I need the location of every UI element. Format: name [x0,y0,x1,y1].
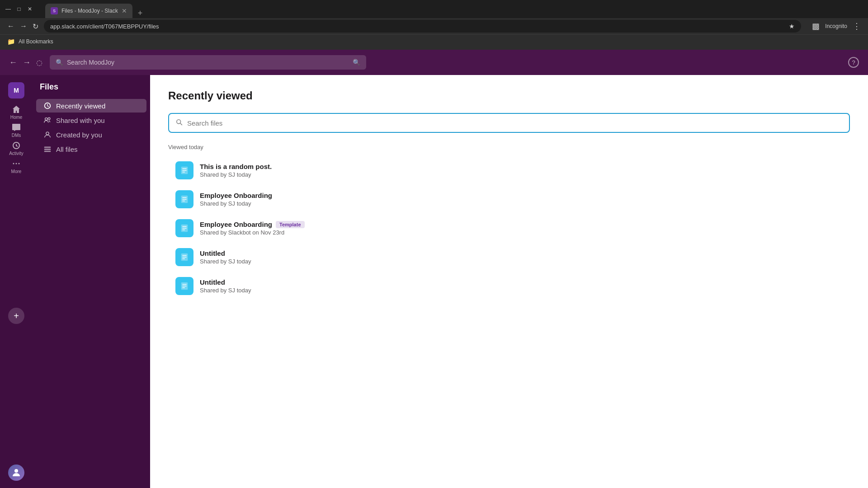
maximize-button[interactable]: □ [15,5,23,13]
search-files-bar[interactable] [168,113,850,133]
profile-icon[interactable]: ▩ [812,21,820,31]
file-name-text-2: Employee Onboarding [200,221,272,228]
page-title: Recently viewed [168,89,850,102]
topbar-help-button[interactable]: ? [848,57,859,68]
forward-button[interactable]: → [20,22,27,30]
sidebar-item-dms[interactable]: DMs [8,122,24,138]
forward-nav-button[interactable]: → [23,58,31,67]
slack-topbar: ← → ◌ 🔍 Search MoodJoy 🔍 ? [0,50,868,75]
files-sidebar-title: Files [33,82,150,99]
svg-rect-10 [44,151,51,152]
url-bar[interactable]: app.slack.com/client/T067MEBPPUY/files ★ [44,20,801,33]
all-files-icon [43,145,52,153]
close-button[interactable]: ✕ [26,5,33,13]
history-button[interactable]: ◌ [36,58,42,67]
svg-point-7 [46,132,49,135]
file-name-text-1: Employee Onboarding [200,192,272,199]
sidebar-item-activity[interactable]: Activity [8,140,24,156]
home-icon [12,105,21,114]
all-bookmarks-link[interactable]: All Bookmarks [19,38,53,45]
svg-point-5 [45,118,47,120]
more-icon [12,159,21,168]
files-sidebar: Files Recently viewed Shared with you Cr… [33,75,150,488]
svg-point-0 [13,163,14,164]
recently-viewed-icon [43,102,52,110]
file-info-1: Employee Onboarding Shared by SJ today [200,192,843,207]
sidebar-item-shared-with-you[interactable]: Shared with you [36,113,146,127]
dms-label: DMs [12,133,21,138]
file-meta-4: Shared by SJ today [200,287,843,294]
viewed-today-label: Viewed today [168,144,850,150]
user-avatar-icon [11,467,22,478]
file-icon-4 [175,277,193,295]
file-item-0[interactable]: This is a random post. Shared by SJ toda… [168,156,850,185]
tab-bar: S Files - MoodJoy - Slack ✕ + [41,0,863,18]
search-files-input[interactable] [187,119,843,127]
global-search-bar[interactable]: 🔍 Search MoodJoy 🔍 [50,55,366,70]
sidebar-item-recently-viewed[interactable]: Recently viewed [36,99,146,113]
shared-with-you-icon [43,116,52,124]
sidebar-icons: M Home DMs Activity More + [0,75,33,488]
new-tab-button[interactable]: + [134,9,146,18]
file-item-1[interactable]: Employee Onboarding Shared by SJ today [168,185,850,214]
file-icon-1 [175,190,193,208]
active-tab[interactable]: S Files - MoodJoy - Slack ✕ [45,4,132,18]
tab-title: Files - MoodJoy - Slack [61,8,118,14]
svg-rect-9 [44,149,51,150]
file-item-3[interactable]: Untitled Shared by SJ today [168,243,850,272]
browser-chrome: — □ ✕ S Files - MoodJoy - Slack ✕ + ← → … [0,0,868,50]
all-files-label: All files [56,145,78,153]
activity-label: Activity [9,151,24,156]
created-by-you-icon [43,131,52,139]
file-info-3: Untitled Shared by SJ today [200,249,843,265]
star-icon[interactable]: ★ [789,23,795,30]
svg-rect-8 [44,147,51,148]
shared-with-you-label: Shared with you [56,117,105,124]
main-content: Recently viewed Viewed today This is a r… [150,75,868,488]
file-meta-0: Shared by SJ today [200,171,843,178]
user-avatar-bottom[interactable] [8,465,24,481]
reload-button[interactable]: ↻ [33,22,38,31]
tab-close-button[interactable]: ✕ [122,7,127,14]
file-item-2[interactable]: Employee Onboarding Template Shared by S… [168,214,850,243]
file-meta-1: Shared by SJ today [200,200,843,207]
post-icon-1 [179,194,189,204]
recently-viewed-label: Recently viewed [56,102,105,110]
browser-titlebar: — □ ✕ S Files - MoodJoy - Slack ✕ + [0,0,868,18]
search-submit-icon[interactable]: 🔍 [353,59,360,66]
slack-app: ← → ◌ 🔍 Search MoodJoy 🔍 ? M Home DMs Ac… [0,50,868,488]
workspace-avatar[interactable]: M [8,82,24,99]
search-files-icon [175,118,183,127]
minimize-button[interactable]: — [5,5,12,13]
file-meta-2: Shared by Slackbot on Nov 23rd [200,229,843,236]
back-button[interactable]: ← [7,22,14,30]
address-actions: ▩ Incognito ⋮ [812,21,861,31]
file-icon-2 [175,219,193,237]
svg-point-3 [14,469,18,473]
bookmarks-bar: 📁 All Bookmarks [0,34,868,48]
sidebar-item-all-files[interactable]: All files [36,142,146,156]
add-button[interactable]: + [8,308,24,324]
file-info-0: This is a random post. Shared by SJ toda… [200,163,843,178]
created-by-you-label: Created by you [56,131,102,139]
post-icon-4 [179,281,189,291]
post-icon-3 [179,252,189,262]
search-icon: 🔍 [56,59,63,66]
menu-icon[interactable]: ⋮ [853,21,861,31]
file-name-4: Untitled [200,278,843,286]
file-name-1: Employee Onboarding [200,192,843,199]
sidebar-item-more[interactable]: More [8,158,24,174]
sidebar-item-home[interactable]: Home [8,104,24,120]
topbar-nav: ← → ◌ [9,58,42,67]
sidebar-item-created-by-you[interactable]: Created by you [36,128,146,141]
help-icon: ? [848,57,859,68]
tab-favicon: S [51,7,58,14]
back-nav-button[interactable]: ← [9,58,17,67]
file-item-4[interactable]: Untitled Shared by SJ today [168,272,850,300]
file-name-text-0: This is a random post. [200,163,272,170]
search-placeholder-text: Search MoodJoy [67,59,349,66]
home-label: Home [10,115,23,120]
svg-point-6 [48,117,50,120]
file-icon-0 [175,161,193,179]
file-info-4: Untitled Shared by SJ today [200,278,843,294]
